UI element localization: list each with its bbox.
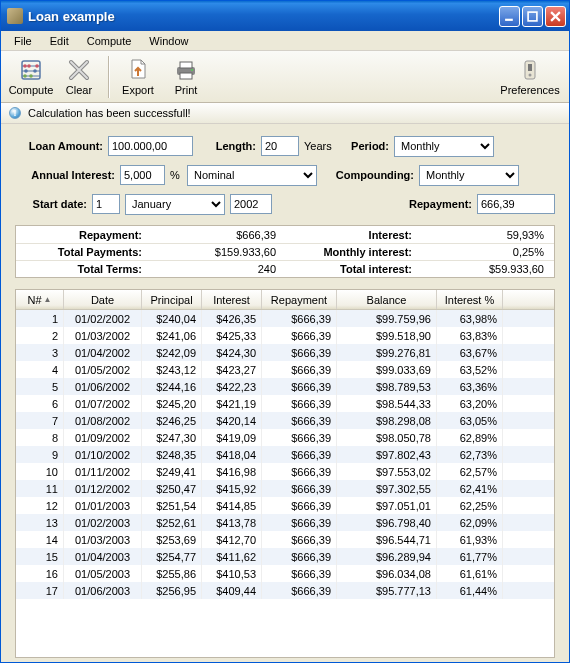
svg-point-8 bbox=[35, 64, 39, 68]
cell-interest: $409,44 bbox=[202, 582, 262, 599]
printer-icon bbox=[174, 58, 198, 82]
start-month-select[interactable]: January bbox=[125, 194, 225, 215]
cell-date: 01/02/2002 bbox=[64, 310, 142, 327]
repayment-input[interactable] bbox=[477, 194, 555, 214]
cell-date: 01/10/2002 bbox=[64, 446, 142, 463]
cell-interest: $425,33 bbox=[202, 327, 262, 344]
summary-label: Total Payments: bbox=[16, 246, 146, 258]
grid-body[interactable]: 101/02/2002$240,04$426,35$666,39$99.759,… bbox=[16, 310, 554, 657]
cell-balance: $99.518,90 bbox=[337, 327, 437, 344]
cell-principal: $252,61 bbox=[142, 514, 202, 531]
col-date[interactable]: Date bbox=[64, 290, 142, 309]
menu-compute[interactable]: Compute bbox=[79, 33, 140, 49]
cell-date: 01/01/2003 bbox=[64, 497, 142, 514]
cell-repayment: $666,39 bbox=[262, 327, 337, 344]
table-row[interactable]: 1301/02/2003$252,61$413,78$666,39$96.798… bbox=[16, 514, 554, 531]
length-input[interactable] bbox=[261, 136, 299, 156]
cell-n: 6 bbox=[16, 395, 64, 412]
cell-repayment: $666,39 bbox=[262, 548, 337, 565]
cell-interest-pct: 61,44% bbox=[437, 582, 503, 599]
svg-point-9 bbox=[24, 69, 28, 73]
cell-n: 5 bbox=[16, 378, 64, 395]
table-row[interactable]: 601/07/2002$245,20$421,19$666,39$98.544,… bbox=[16, 395, 554, 412]
titlebar[interactable]: Loan example bbox=[1, 1, 569, 31]
interest-type-select[interactable]: Nominal bbox=[187, 165, 317, 186]
compounding-select[interactable]: Monthly bbox=[419, 165, 519, 186]
svg-point-11 bbox=[23, 74, 27, 78]
minimize-button[interactable] bbox=[499, 6, 520, 27]
cell-date: 01/09/2002 bbox=[64, 429, 142, 446]
status-line: ! Calculation has been successfull! bbox=[1, 103, 569, 124]
repayment-label: Repayment: bbox=[409, 198, 472, 210]
cell-balance: $96.544,71 bbox=[337, 531, 437, 548]
cell-date: 01/02/2003 bbox=[64, 514, 142, 531]
cell-date: 01/03/2003 bbox=[64, 531, 142, 548]
col-balance[interactable]: Balance bbox=[337, 290, 437, 309]
cell-n: 15 bbox=[16, 548, 64, 565]
summary-value: 0,25% bbox=[416, 246, 554, 258]
compute-button[interactable]: Compute bbox=[7, 54, 55, 100]
table-row[interactable]: 1401/03/2003$253,69$412,70$666,39$96.544… bbox=[16, 531, 554, 548]
menubar: File Edit Compute Window bbox=[1, 31, 569, 51]
col-n[interactable]: N#▲ bbox=[16, 290, 64, 309]
svg-point-12 bbox=[29, 74, 33, 78]
cell-principal: $245,20 bbox=[142, 395, 202, 412]
table-row[interactable]: 801/09/2002$247,30$419,09$666,39$98.050,… bbox=[16, 429, 554, 446]
annual-interest-input[interactable] bbox=[120, 165, 165, 185]
table-row[interactable]: 1201/01/2003$251,54$414,85$666,39$97.051… bbox=[16, 497, 554, 514]
close-button[interactable] bbox=[545, 6, 566, 27]
cell-repayment: $666,39 bbox=[262, 310, 337, 327]
svg-point-7 bbox=[27, 64, 31, 68]
cell-n: 2 bbox=[16, 327, 64, 344]
cell-interest-pct: 62,25% bbox=[437, 497, 503, 514]
cell-balance: $99.759,96 bbox=[337, 310, 437, 327]
period-select[interactable]: Monthly bbox=[394, 136, 494, 157]
cell-n: 9 bbox=[16, 446, 64, 463]
start-day-input[interactable] bbox=[92, 194, 120, 214]
cell-balance: $97.302,55 bbox=[337, 480, 437, 497]
content-area: Loan Amount: Length: Years Period: Month… bbox=[1, 124, 569, 662]
table-row[interactable]: 701/08/2002$246,25$420,14$666,39$98.298,… bbox=[16, 412, 554, 429]
compute-label: Compute bbox=[9, 84, 54, 96]
cell-interest: $421,19 bbox=[202, 395, 262, 412]
cell-balance: $96.798,40 bbox=[337, 514, 437, 531]
preferences-label: Preferences bbox=[500, 84, 559, 96]
table-row[interactable]: 1001/11/2002$249,41$416,98$666,39$97.553… bbox=[16, 463, 554, 480]
cell-interest: $412,70 bbox=[202, 531, 262, 548]
table-row[interactable]: 1501/04/2003$254,77$411,62$666,39$96.289… bbox=[16, 548, 554, 565]
cell-repayment: $666,39 bbox=[262, 514, 337, 531]
table-row[interactable]: 501/06/2002$244,16$422,23$666,39$98.789,… bbox=[16, 378, 554, 395]
export-button[interactable]: Export bbox=[114, 54, 162, 100]
loan-amount-input[interactable] bbox=[108, 136, 193, 156]
info-icon: ! bbox=[9, 107, 21, 119]
table-row[interactable]: 901/10/2002$248,35$418,04$666,39$97.802,… bbox=[16, 446, 554, 463]
print-button[interactable]: Print bbox=[162, 54, 210, 100]
cell-interest: $410,53 bbox=[202, 565, 262, 582]
start-year-input[interactable] bbox=[230, 194, 272, 214]
table-row[interactable]: 1101/12/2002$250,47$415,92$666,39$97.302… bbox=[16, 480, 554, 497]
maximize-button[interactable] bbox=[522, 6, 543, 27]
col-repayment[interactable]: Repayment bbox=[262, 290, 337, 309]
table-row[interactable]: 301/04/2002$242,09$424,30$666,39$99.276,… bbox=[16, 344, 554, 361]
cell-n: 8 bbox=[16, 429, 64, 446]
cell-repayment: $666,39 bbox=[262, 344, 337, 361]
table-row[interactable]: 401/05/2002$243,12$423,27$666,39$99.033,… bbox=[16, 361, 554, 378]
start-date-label: Start date: bbox=[15, 198, 87, 210]
preferences-button[interactable]: Preferences bbox=[497, 54, 563, 100]
col-principal[interactable]: Principal bbox=[142, 290, 202, 309]
col-interest[interactable]: Interest bbox=[202, 290, 262, 309]
col-interest-pct[interactable]: Interest % bbox=[437, 290, 503, 309]
table-row[interactable]: 201/03/2002$241,06$425,33$666,39$99.518,… bbox=[16, 327, 554, 344]
cell-interest-pct: 61,93% bbox=[437, 531, 503, 548]
table-row[interactable]: 101/02/2002$240,04$426,35$666,39$99.759,… bbox=[16, 310, 554, 327]
table-row[interactable]: 1601/05/2003$255,86$410,53$666,39$96.034… bbox=[16, 565, 554, 582]
summary-label: Monthly interest: bbox=[286, 246, 416, 258]
cell-n: 13 bbox=[16, 514, 64, 531]
cell-date: 01/04/2003 bbox=[64, 548, 142, 565]
cell-interest-pct: 63,67% bbox=[437, 344, 503, 361]
menu-window[interactable]: Window bbox=[141, 33, 196, 49]
menu-file[interactable]: File bbox=[6, 33, 40, 49]
menu-edit[interactable]: Edit bbox=[42, 33, 77, 49]
table-row[interactable]: 1701/06/2003$256,95$409,44$666,39$95.777… bbox=[16, 582, 554, 599]
clear-button[interactable]: Clear bbox=[55, 54, 103, 100]
